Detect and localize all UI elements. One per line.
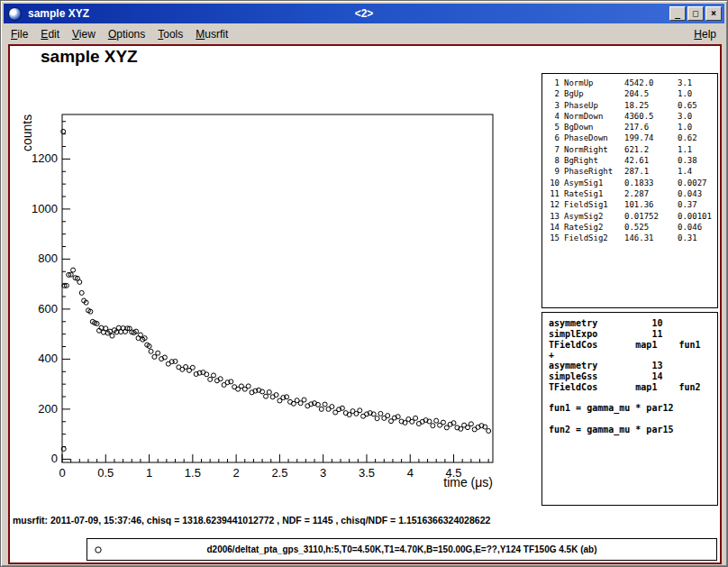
parameter-row: 11RateSig12.2870.043: [542, 188, 717, 199]
parameter-row: 2BgUp204.51.0: [542, 88, 717, 99]
parameter-error: 0.00101: [678, 211, 717, 222]
data-point: [466, 425, 470, 430]
parameter-value: 0.1833: [624, 178, 673, 188]
data-point: [410, 419, 414, 424]
parameter-row: 1NormUp4542.03.1: [542, 78, 717, 88]
canvas-number-label: <2>: [4, 7, 724, 20]
data-point: [190, 365, 195, 370]
x-tick-label: 1.5: [185, 466, 201, 480]
data-point: [378, 411, 383, 416]
data-point: [330, 405, 334, 409]
parameter-value: 18.25: [624, 100, 673, 111]
menu-item-help[interactable]: Help: [687, 26, 723, 42]
parameter-value: 204.5: [624, 88, 673, 99]
parameter-value: 621.2: [624, 144, 673, 155]
parameter-error: 0.38: [678, 155, 717, 166]
parameter-name: BgUp: [564, 88, 620, 99]
theory-line: fun1 = gamma_mu * par12: [549, 403, 717, 414]
parameter-number: 1: [545, 78, 560, 88]
parameter-number: 11: [545, 188, 560, 199]
parameter-name: PhaseUp: [564, 100, 620, 111]
parameter-row: 10AsymSig10.18330.0027: [542, 178, 717, 188]
parameter-number: 14: [545, 222, 560, 233]
menu-item-options[interactable]: Options: [102, 26, 151, 42]
parameter-row: 15FieldSig2146.310.31: [542, 233, 717, 243]
data-point: [77, 279, 82, 284]
theory-line: TFieldCos map1 fun1: [549, 340, 717, 351]
parameter-error: 0.37: [678, 199, 717, 210]
parameter-name: NormUp: [564, 78, 620, 88]
fit-stats-line: musrfit: 2011-07-09, 15:37:46, chisq = 1…: [13, 515, 490, 526]
data-point: [319, 407, 323, 411]
parameter-name: NormRight: [564, 144, 620, 155]
minimize-button[interactable]: _: [669, 6, 686, 21]
data-point: [71, 268, 76, 272]
data-point: [431, 424, 435, 428]
parameter-number: 12: [545, 199, 560, 210]
parameter-number: 8: [545, 155, 560, 166]
parameter-value: 4360.5: [624, 111, 673, 122]
data-point: [152, 354, 157, 359]
parameter-number: 6: [545, 133, 560, 143]
parameter-number: 15: [545, 233, 560, 243]
parameter-number: 10: [545, 178, 560, 188]
x-axis-title: time (μs): [443, 475, 493, 489]
data-point: [123, 329, 128, 334]
data-point: [156, 351, 160, 355]
y-tick-label: 1000: [32, 202, 58, 215]
data-point: [246, 384, 250, 389]
maximize-icon: □: [693, 8, 698, 18]
parameter-row: 5BgDown217.61.0: [542, 122, 717, 133]
data-point: [469, 422, 473, 426]
close-button[interactable]: ×: [705, 6, 722, 21]
data-point: [264, 394, 268, 398]
y-axis-title: counts: [20, 114, 34, 151]
parameter-number: 5: [545, 122, 560, 133]
parameter-row: 7NormRight621.21.1: [542, 144, 717, 155]
root-canvas[interactable]: sample XYZ 00.511.522.533.544.5020040060…: [8, 44, 722, 564]
menu-item-tools[interactable]: Tools: [151, 26, 189, 42]
parameter-value: 0.01752: [624, 211, 673, 222]
data-point: [414, 416, 418, 420]
menu-item-file[interactable]: File: [5, 26, 34, 42]
y-tick-label: 800: [38, 251, 58, 265]
axes: [62, 114, 493, 462]
window: sample XYZ <2> _ □ × FileEditViewOptions…: [0, 0, 728, 567]
maximize-button[interactable]: □: [687, 6, 704, 21]
window-title: sample XYZ: [28, 7, 89, 20]
data-point: [149, 349, 153, 353]
close-icon: ×: [711, 8, 716, 18]
x-tick-label: 1: [146, 466, 152, 480]
menu-item-musrfit[interactable]: Musrfit: [189, 26, 234, 42]
parameter-box: 1NormUp4542.03.12BgUp204.51.03PhaseUp18.…: [541, 73, 718, 308]
parameter-row: 9PhaseRight287.11.4: [542, 166, 717, 177]
parameter-error: 1.4: [678, 166, 717, 177]
theory-line: [549, 393, 717, 404]
data-point: [110, 334, 114, 338]
parameter-name: BgRight: [564, 155, 620, 166]
y-tick-label: 400: [38, 352, 58, 365]
axis-labels: 00.511.522.533.544.502004006008001000120…: [20, 114, 493, 489]
parameter-name: AsymSig2: [564, 211, 620, 222]
theory-line: TFieldCos map1 fun2: [549, 382, 717, 393]
titlebar[interactable]: sample XYZ <2> _ □ ×: [4, 4, 724, 23]
data-point: [441, 420, 446, 425]
parameter-name: AsymSig1: [564, 178, 620, 188]
parameter-number: 4: [545, 111, 560, 122]
parameter-value: 287.1: [624, 166, 673, 177]
parameter-error: 3.1: [678, 78, 717, 88]
data-point: [386, 414, 390, 418]
parameter-row: 3PhaseUp18.250.65: [542, 100, 717, 111]
data-point: [138, 333, 142, 337]
theory-line: [549, 414, 717, 425]
parameter-row: 12FieldSig1101.360.37: [542, 199, 717, 210]
y-tick-label: 1200: [32, 151, 58, 165]
menu-item-view[interactable]: View: [66, 26, 102, 42]
menu-item-edit[interactable]: Edit: [34, 26, 66, 42]
x-tick-label: 2.5: [271, 466, 287, 480]
parameter-name: FieldSig1: [564, 199, 620, 210]
theory-line: simpleGss 14: [549, 371, 717, 382]
data-point: [434, 418, 439, 423]
data-point: [104, 326, 108, 331]
parameter-value: 4542.0: [624, 78, 673, 88]
